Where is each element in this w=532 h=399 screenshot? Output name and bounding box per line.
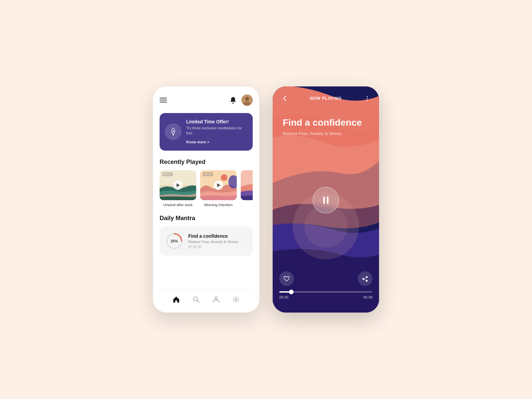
progress-fill (279, 291, 291, 293)
home-icon (173, 296, 180, 303)
profile-icon (212, 296, 220, 303)
svg-point-2 (245, 97, 249, 101)
nav-search[interactable] (189, 295, 204, 305)
pause-bar-right (327, 197, 329, 204)
nav-home[interactable] (169, 295, 184, 305)
recently-played-row: 05:57 Unwind after work (160, 170, 253, 207)
player-title-area: Find a confidence Reduce Fear, Anxiety &… (273, 107, 379, 136)
mantra-description: Reduce Fear, Anxiety & Stress. (188, 240, 239, 244)
daily-mantra-title: Daily Mantra (160, 215, 253, 222)
player-title: Find a confidence (283, 117, 369, 128)
pause-icon (323, 197, 329, 204)
card-duration-1: 05:57 (162, 172, 173, 176)
progress-bar-container[interactable]: 00:45 05:38 (279, 291, 372, 299)
player-center (273, 136, 379, 265)
clock-icon (188, 245, 192, 248)
recently-played-title: Recently Played (160, 159, 253, 166)
progress-thumb (289, 290, 294, 294)
avatar[interactable] (241, 94, 253, 106)
pause-bar-left (323, 197, 325, 204)
player-actions (279, 271, 372, 286)
current-time: 00:45 (279, 295, 289, 299)
search-icon (193, 296, 200, 303)
svg-point-18 (215, 297, 217, 300)
daily-mantra-card[interactable]: 25% Find a confidence Reduce Fear, Anxie… (160, 226, 253, 256)
nav-profile[interactable] (208, 295, 224, 305)
player-subtitle: Reduce Fear, Anxiety & Stress. (283, 131, 369, 136)
now-playing-label: NOW PLAYING (310, 96, 342, 101)
home-header (160, 94, 253, 106)
promo-link[interactable]: Know more > (186, 140, 209, 144)
svg-point-0 (232, 102, 234, 104)
more-dot (367, 96, 368, 97)
promo-icon (165, 123, 182, 140)
card-thumb-unwind[interactable]: 05:57 (160, 170, 196, 200)
nav-settings[interactable] (228, 295, 244, 305)
card-label-2: Morning Intention (200, 203, 237, 207)
card-thumb-find[interactable] (241, 170, 253, 200)
progress-circle: 25% (165, 232, 184, 250)
header-right (228, 94, 253, 106)
menu-button[interactable] (160, 98, 167, 102)
media-card-find: Find (241, 170, 253, 207)
back-button[interactable] (279, 93, 290, 104)
pause-button[interactable] (313, 187, 339, 213)
mantra-title: Find a confidence (188, 233, 239, 239)
play-button-2[interactable] (214, 181, 223, 190)
card-label-1: Unwind after work (160, 203, 196, 207)
media-card-morning: 04:16 Morning Intention (200, 170, 237, 207)
player-header: NOW PLAYING (273, 86, 379, 107)
card-thumb-morning[interactable]: 04:16 (200, 170, 237, 200)
svg-line-17 (197, 301, 199, 303)
promo-description: Try three exclusive meditations for free (186, 126, 247, 136)
svg-point-8 (221, 174, 227, 181)
progress-times: 00:45 05:38 (279, 295, 372, 299)
svg-point-4 (173, 131, 174, 132)
more-dot (367, 98, 368, 99)
bottom-nav (160, 289, 253, 313)
card-duration-2: 04:16 (203, 172, 213, 176)
card-label-3: Find (241, 203, 253, 207)
more-button[interactable] (362, 93, 372, 104)
mantra-info: Find a confidence Reduce Fear, Anxiety &… (188, 233, 239, 249)
svg-point-19 (235, 299, 237, 301)
svg-point-16 (194, 297, 198, 301)
media-card-unwind: 05:57 Unwind after work (160, 170, 196, 207)
play-button-1[interactable] (173, 181, 183, 190)
promo-banner[interactable]: Limited Time Offer! Try three exclusive … (160, 113, 253, 151)
mantra-time: 05:38 (188, 245, 239, 249)
promo-text: Limited Time Offer! Try three exclusive … (186, 119, 247, 145)
mantra-duration: 05:38 (193, 245, 201, 249)
progress-label: 25% (171, 239, 178, 243)
more-dot (367, 100, 368, 101)
player-content: NOW PLAYING Find a confidence Reduce Fea… (273, 86, 379, 313)
settings-icon (232, 296, 240, 303)
phones-container: Limited Time Offer! Try three exclusive … (153, 86, 379, 313)
favorite-button[interactable] (279, 271, 294, 286)
share-button[interactable] (358, 271, 372, 286)
phone-player: NOW PLAYING Find a confidence Reduce Fea… (273, 86, 379, 313)
player-bottom: 00:45 05:38 (273, 265, 379, 313)
notification-button[interactable] (228, 95, 238, 105)
phone-home: Limited Time Offer! Try three exclusive … (153, 86, 259, 313)
promo-title: Limited Time Offer! (186, 119, 247, 124)
progress-track (279, 291, 372, 293)
total-time: 05:38 (363, 295, 372, 299)
